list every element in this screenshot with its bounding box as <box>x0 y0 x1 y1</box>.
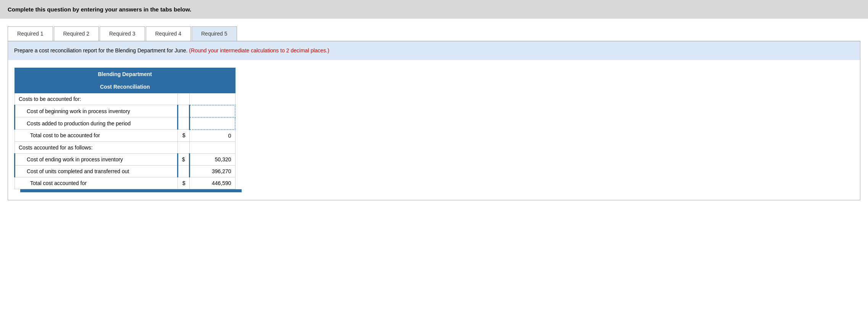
ending-wip-row: Cost of ending work in process inventory… <box>15 153 236 165</box>
units-transferred-dollar <box>177 165 189 177</box>
beginning-wip-dollar <box>177 105 189 117</box>
tab-required-3[interactable]: Required 3 <box>100 26 145 41</box>
tab-required-4[interactable]: Required 4 <box>146 26 191 41</box>
cost-reconciliation-table: Blending Department Cost Reconciliation … <box>14 68 236 189</box>
ending-wip-value: 50,320 <box>189 153 235 165</box>
table-title-line1: Blending Department <box>15 68 236 81</box>
beginning-wip-row: Cost of beginning work in process invent… <box>15 105 236 117</box>
units-transferred-row: Cost of units completed and transferred … <box>15 165 236 177</box>
table-bottom-bar <box>20 189 242 192</box>
tab-required-2[interactable]: Required 2 <box>54 26 99 41</box>
instructions-main: Prepare a cost reconciliation report for… <box>14 47 187 54</box>
table-title-line2: Cost Reconciliation <box>15 81 236 93</box>
beginning-wip-input-cell[interactable] <box>189 105 235 117</box>
table-section: Blending Department Cost Reconciliation … <box>8 60 860 200</box>
costs-accounted-row: Costs accounted for as follows: <box>15 141 236 153</box>
empty-value-2 <box>189 141 235 153</box>
costs-added-label: Costs added to production during the per… <box>15 117 178 130</box>
empty-dollar-2 <box>177 141 189 153</box>
costs-added-input-cell[interactable] <box>189 117 235 130</box>
header-banner: Complete this question by entering your … <box>0 0 868 19</box>
header-instruction: Complete this question by entering your … <box>8 6 860 13</box>
total-accounted-label: Total cost accounted for <box>15 177 178 189</box>
tabs-container: Required 1 Required 2 Required 3 Require… <box>8 26 860 41</box>
total-cost-value: 0 <box>189 130 235 142</box>
instructions-panel: Prepare a cost reconciliation report for… <box>8 41 860 60</box>
costs-added-input[interactable] <box>194 120 231 127</box>
total-cost-dollar: $ <box>177 130 189 142</box>
costs-to-be-accounted-row: Costs to be accounted for: <box>15 93 236 105</box>
costs-accounted-label: Costs accounted for as follows: <box>15 141 178 153</box>
total-accounted-row: Total cost accounted for $ 446,590 <box>15 177 236 189</box>
ending-wip-label: Cost of ending work in process inventory <box>15 153 178 165</box>
units-transferred-value: 396,270 <box>189 165 235 177</box>
total-cost-row: Total cost to be accounted for $ 0 <box>15 130 236 142</box>
total-accounted-dollar: $ <box>177 177 189 189</box>
total-cost-label: Total cost to be accounted for <box>15 130 178 142</box>
instructions-note: (Round your intermediate calculations to… <box>189 47 329 54</box>
beginning-wip-input[interactable] <box>194 108 231 114</box>
empty-value-1 <box>189 93 235 105</box>
costs-added-row: Costs added to production during the per… <box>15 117 236 130</box>
costs-to-be-accounted-label: Costs to be accounted for: <box>15 93 178 105</box>
units-transferred-label: Cost of units completed and transferred … <box>15 165 178 177</box>
total-accounted-value: 446,590 <box>189 177 235 189</box>
empty-dollar-1 <box>177 93 189 105</box>
ending-wip-dollar: $ <box>177 153 189 165</box>
costs-added-dollar <box>177 117 189 130</box>
beginning-wip-label: Cost of beginning work in process invent… <box>15 105 178 117</box>
tab-required-5[interactable]: Required 5 <box>192 26 237 41</box>
content-area: Prepare a cost reconciliation report for… <box>8 41 860 200</box>
tab-required-1[interactable]: Required 1 <box>8 26 53 41</box>
